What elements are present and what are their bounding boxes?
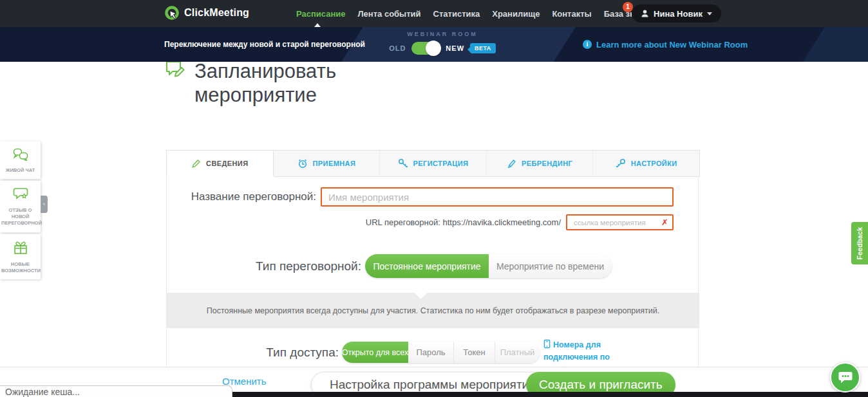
room-url-label: URL переговорной: https://navika.clickme… — [167, 214, 561, 230]
gift-icon — [13, 241, 28, 255]
sidebar-collapse-chevron-icon[interactable]: ‹ — [41, 196, 48, 213]
schedule-event-icon — [165, 60, 188, 80]
sidebar-item-label: НОВЫЕ ВОЗМОЖНОСТИ — [1, 261, 39, 274]
nav-item-contacts[interactable]: Контакты — [552, 9, 591, 19]
room-name-label: Название переговорной: — [167, 187, 316, 207]
access-option-open[interactable]: Открыто для всех — [342, 342, 408, 363]
tab-waiting-room[interactable]: ПРИЕМНАЯ — [274, 151, 381, 176]
tab-registration[interactable]: РЕГИСТРАЦИЯ — [380, 151, 487, 176]
schedule-event-card: СВЕДЕНИЯ ПРИЕМНАЯ РЕГИСТРАЦИЯ — [166, 150, 699, 367]
banner-diagonal-decoration-right — [797, 27, 868, 62]
url-invalid-x-icon: ✗ — [661, 217, 668, 227]
event-name-input[interactable] — [321, 187, 674, 207]
sidebar-item-feedback-new-room[interactable]: ОТЗЫВ О НОВОЙ ПЕРЕГОВОРНОЙ — [0, 181, 41, 232]
active-nav-caret-icon — [314, 23, 321, 27]
access-option-paid[interactable]: Платный — [495, 342, 540, 363]
tab-label: ПРИЕМНАЯ — [313, 160, 356, 167]
clickmeeting-app: ClickMeeting Расписание Лента событий Ст… — [0, 0, 868, 397]
left-widget-sidebar: ЖИВОЙ ЧАТ ОТЗЫВ О НОВОЙ ПЕРЕГОВОРНОЙ НОВ… — [0, 142, 41, 279]
old-new-toggle[interactable] — [411, 42, 440, 55]
user-menu[interactable]: Нина Новик — [632, 5, 721, 23]
user-icon — [641, 9, 649, 18]
event-url-input[interactable] — [566, 214, 674, 230]
top-navigation-bar: ClickMeeting Расписание Лента событий Ст… — [0, 0, 868, 27]
tab-label: РЕГИСТРАЦИЯ — [413, 160, 469, 167]
tab-settings[interactable]: НАСТРОЙКИ — [593, 151, 699, 176]
alarm-clock-icon — [297, 158, 308, 169]
room-type-note-strip: Постоянные мероприятия всегда доступны д… — [167, 293, 699, 328]
access-option-token[interactable]: Токен — [454, 342, 495, 363]
nav-item-statistics[interactable]: Статистика — [433, 9, 480, 19]
info-icon: i — [583, 40, 592, 49]
access-type-label: Тип доступа: — [167, 342, 339, 363]
tab-rebranding[interactable]: РЕБРЕНДИНГ — [487, 151, 594, 176]
logo-text: ClickMeeting — [184, 7, 249, 19]
feedback-label: Feedback — [856, 227, 863, 260]
chat-bubbles-icon — [13, 148, 28, 161]
tab-label: СВЕДЕНИЯ — [206, 160, 248, 167]
chat-fab-button[interactable] — [830, 362, 860, 392]
event-settings-tabs: СВЕДЕНИЯ ПРИЕМНАЯ РЕГИСТРАЦИЯ — [166, 150, 700, 177]
beta-badge: BETA — [470, 43, 496, 53]
room-type-option-permanent[interactable]: Постоянное мероприятие — [365, 254, 489, 278]
banner-message: Переключение между новой и старой перего… — [164, 27, 365, 62]
notification-badge[interactable]: 1 — [623, 2, 633, 12]
wrench-icon — [616, 158, 626, 169]
chat-bubble-icon — [838, 371, 853, 385]
new-label: NEW — [446, 44, 464, 52]
page-title: Запланировать мероприятие — [194, 60, 388, 107]
room-type-segmented-control: Постоянное мероприятие Мероприятие по вр… — [365, 254, 612, 278]
nav-item-storage[interactable]: Хранилище — [492, 9, 540, 19]
sidebar-item-label: ЖИВОЙ ЧАТ — [1, 167, 39, 174]
learn-more-link[interactable]: i Learn more about New Webinar Room — [583, 27, 748, 62]
pencil-icon — [191, 159, 201, 169]
sidebar-item-live-chat[interactable]: ЖИВОЙ ЧАТ — [0, 142, 41, 179]
phone-icon — [543, 339, 551, 349]
tab-label: РЕБРЕНДИНГ — [522, 160, 572, 167]
room-type-option-scheduled[interactable]: Мероприятие по времени — [489, 254, 612, 278]
user-name: Нина Новик — [654, 9, 703, 19]
clickmeeting-logo-icon — [164, 5, 180, 21]
webinar-room-banner: Переключение между новой и старой перего… — [0, 27, 868, 62]
tab-label: НАСТРОЙКИ — [631, 160, 677, 167]
webinar-room-label: WEBINAR ROOM — [384, 31, 500, 37]
bubble-star-icon — [13, 187, 28, 201]
clickmeeting-logo[interactable]: ClickMeeting — [164, 5, 249, 21]
nav-item-schedule[interactable]: Расписание — [296, 9, 346, 19]
sidebar-item-label: ОТЗЫВ О НОВОЙ ПЕРЕГОВОРНОЙ — [1, 207, 39, 226]
access-option-password[interactable]: Пароль — [408, 342, 454, 363]
chevron-down-icon — [707, 12, 712, 15]
old-label: OLD — [389, 44, 406, 52]
room-type-label: Тип переговорной: — [167, 254, 361, 278]
beta-notch-icon — [467, 47, 470, 52]
webinar-room-switch-group: WEBINAR ROOM OLD NEW BETA — [384, 31, 500, 55]
beta-text: BETA — [475, 45, 491, 51]
sidebar-item-new-features[interactable]: НОВЫЕ ВОЗМОЖНОСТИ — [0, 234, 41, 279]
room-type-note-text: Постоянные мероприятия всегда доступны д… — [207, 306, 659, 315]
nav-item-event-feed[interactable]: Лента событий — [358, 9, 421, 19]
feedback-tab[interactable]: Feedback — [851, 222, 868, 264]
access-type-segmented-control: Открыто для всех Пароль Токен Платный — [342, 342, 540, 363]
learn-more-text: Learn more about New Webinar Room — [596, 40, 748, 50]
brush-icon — [507, 159, 516, 169]
browser-status-tooltip: Ожидание кеша... — [0, 385, 232, 397]
key-icon — [398, 158, 408, 169]
tab-details[interactable]: СВЕДЕНИЯ — [167, 151, 274, 176]
toggle-knob-icon — [426, 41, 441, 56]
page-header: Запланировать мероприятие — [165, 60, 388, 107]
